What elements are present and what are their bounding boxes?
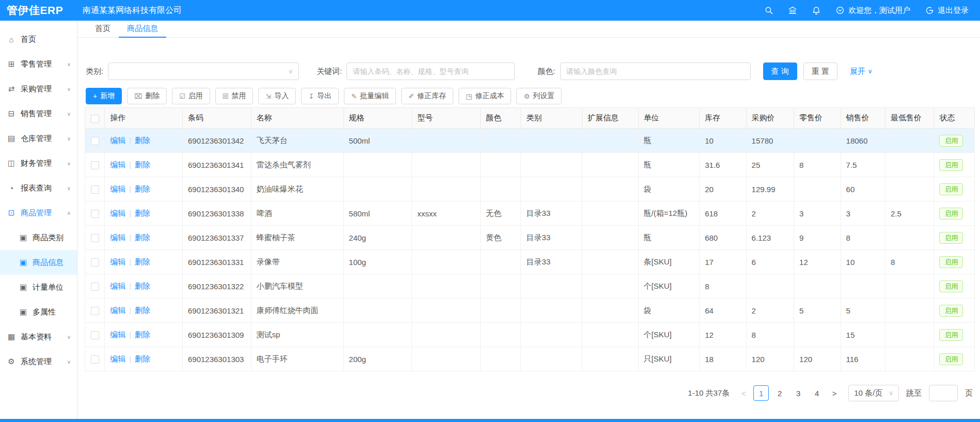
- cell-min-price: [885, 177, 934, 201]
- edit-link[interactable]: 编辑: [110, 354, 125, 363]
- cell-retail-price: 3: [794, 201, 841, 226]
- sidebar-item-10[interactable]: ▣ 计量单位: [0, 275, 77, 300]
- sidebar-item-13[interactable]: ⚙ 系统管理 ∨: [0, 349, 77, 374]
- select-all-checkbox[interactable]: [91, 115, 99, 123]
- cell-sale-price: 18060: [841, 129, 885, 153]
- logout-button[interactable]: 退出登录: [925, 6, 969, 15]
- edit-link[interactable]: 编辑: [110, 184, 125, 193]
- page-number-1[interactable]: 1: [753, 385, 769, 401]
- delete-link[interactable]: 删除: [135, 209, 150, 217]
- delete-link[interactable]: 删除: [135, 233, 150, 242]
- chevron-down-icon: ∨: [868, 68, 873, 75]
- import-button[interactable]: ⇲ 导入: [258, 88, 296, 104]
- category-select[interactable]: ∨: [108, 62, 299, 80]
- row-checkbox[interactable]: [91, 307, 99, 315]
- delete-link[interactable]: 删除: [135, 306, 150, 315]
- sidebar-item-4[interactable]: ▤ 仓库管理 ∨: [0, 126, 77, 151]
- sidebar-item-5[interactable]: ◫ 财务管理 ∨: [0, 151, 77, 176]
- row-checkbox[interactable]: [91, 161, 99, 169]
- bell-icon[interactable]: [812, 6, 821, 15]
- edit-link[interactable]: 编辑: [110, 136, 125, 145]
- page-number-2[interactable]: 2: [772, 385, 787, 401]
- next-page-arrow[interactable]: >: [828, 389, 841, 398]
- sidebar-item-11[interactable]: ▣ 多属性: [0, 300, 77, 324]
- cell-color: [480, 177, 520, 201]
- swap-icon: ⇄: [7, 84, 16, 93]
- fix-stock-button[interactable]: ✐ 修正库存: [401, 88, 453, 104]
- tab-home[interactable]: 首页: [87, 21, 119, 38]
- export-button[interactable]: ↧ 导出: [301, 88, 339, 104]
- logout-icon: [925, 6, 934, 15]
- color-input[interactable]: [560, 62, 751, 80]
- sidebar-item-0[interactable]: ⌂ 首页: [0, 27, 77, 52]
- trash-button[interactable]: ⌧ 删除: [127, 88, 167, 104]
- cell-operation: 编辑|删除: [105, 323, 183, 347]
- batch-edit-button[interactable]: ✎ 批量编辑: [344, 88, 396, 104]
- row-checkbox[interactable]: [91, 258, 99, 267]
- cell-sale-price: 3: [841, 201, 885, 226]
- search-icon[interactable]: [764, 6, 773, 15]
- cell-min-price: 8: [885, 250, 934, 274]
- row-checkbox[interactable]: [91, 210, 99, 218]
- delete-link[interactable]: 删除: [135, 354, 150, 363]
- cell-operation: 编辑|删除: [105, 274, 183, 299]
- delete-link[interactable]: 删除: [135, 136, 150, 145]
- expand-link[interactable]: 展开 ∨: [850, 67, 873, 76]
- edit-link[interactable]: 编辑: [110, 306, 125, 315]
- cell-barcode: 6901236301337: [182, 226, 251, 250]
- sidebar-item-7[interactable]: ⊡ 商品管理 ∧: [0, 200, 77, 225]
- sidebar-item-9[interactable]: ▣ 商品信息: [0, 250, 77, 275]
- row-checkbox[interactable]: [91, 331, 99, 339]
- cell-barcode: 6901236301309: [182, 323, 251, 347]
- delete-link[interactable]: 删除: [135, 330, 150, 339]
- sidebar-item-8[interactable]: ▣ 商品类别: [0, 225, 77, 250]
- bank-icon[interactable]: [788, 6, 797, 15]
- cross-box-button[interactable]: ☒ 禁用: [215, 88, 254, 104]
- row-checkbox[interactable]: [91, 355, 99, 364]
- page-number-3[interactable]: 3: [791, 385, 806, 401]
- delete-link[interactable]: 删除: [135, 282, 150, 290]
- tab-product-info[interactable]: 商品信息: [119, 21, 166, 38]
- page-number-4[interactable]: 4: [809, 385, 825, 401]
- sidebar-item-6[interactable]: ◔ 报表查询 ∨: [0, 176, 77, 200]
- main-content: 首页 商品信息 类别: ∨ 关键词: 颜色: 查 询 重 置 展开 ∨ + 新增…: [77, 21, 980, 422]
- column-settings-button[interactable]: ⚙ 列设置: [516, 88, 562, 104]
- row-checkbox[interactable]: [91, 283, 99, 291]
- sidebar-item-3[interactable]: ⊟ 销售管理 ∨: [0, 101, 77, 126]
- user-menu[interactable]: 欢迎您，测试用户: [835, 6, 910, 15]
- cell-name: 电子手环: [251, 347, 343, 371]
- check-box-button[interactable]: ☑ 启用: [172, 88, 210, 104]
- sidebar-item-1[interactable]: ⊞ 零售管理 ∨: [0, 52, 77, 76]
- prev-page-arrow[interactable]: <: [737, 389, 750, 398]
- sidebar-item-12[interactable]: ▦ 基本资料 ∨: [0, 324, 77, 349]
- keyword-input[interactable]: [346, 62, 515, 80]
- edit-link[interactable]: 编辑: [110, 209, 125, 217]
- search-button[interactable]: 查 询: [763, 62, 797, 80]
- reset-button[interactable]: 重 置: [803, 62, 837, 80]
- row-checkbox[interactable]: [91, 185, 99, 194]
- sidebar-item-2[interactable]: ⇄ 采购管理 ∨: [0, 76, 77, 101]
- row-checkbox[interactable]: [91, 137, 99, 145]
- edit-link[interactable]: 编辑: [110, 257, 125, 266]
- cell-model: [412, 323, 481, 347]
- cell-spec: 580ml: [343, 201, 412, 226]
- edit-link[interactable]: 编辑: [110, 160, 125, 169]
- delete-link[interactable]: 删除: [135, 184, 150, 193]
- delete-link[interactable]: 删除: [135, 160, 150, 169]
- chevron-down-icon: ∨: [288, 68, 293, 75]
- pie-chart-icon: ◔: [7, 184, 16, 193]
- status-badge: 启用: [939, 329, 963, 341]
- delete-link[interactable]: 删除: [135, 257, 150, 266]
- app-logo: 管伊佳ERP: [0, 3, 77, 18]
- fix-cost-button[interactable]: ◳ 修正成本: [459, 88, 511, 104]
- cell-status: 启用: [934, 323, 975, 347]
- edit-link[interactable]: 编辑: [110, 330, 125, 339]
- row-checkbox[interactable]: [91, 234, 99, 242]
- jump-page-input[interactable]: [929, 385, 958, 401]
- edit-link[interactable]: 编辑: [110, 233, 125, 242]
- link-separator: |: [129, 354, 131, 363]
- plus-button[interactable]: + 新增: [86, 88, 122, 104]
- status-badge: 启用: [939, 208, 963, 220]
- page-size-select[interactable]: 10 条/页 ∨: [848, 385, 899, 401]
- edit-link[interactable]: 编辑: [110, 282, 125, 290]
